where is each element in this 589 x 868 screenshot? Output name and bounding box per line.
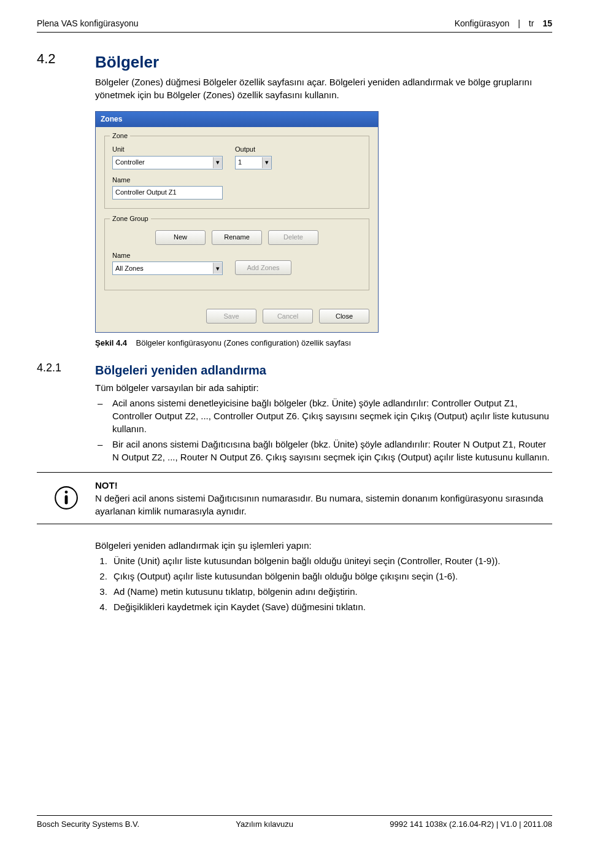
footer-right: 9992 141 1038x (2.16.04-R2) | V1.0 | 201…	[390, 820, 552, 829]
chevron-down-icon: ▾	[213, 157, 222, 168]
groupname-combobox[interactable]: All Zones ▾	[112, 262, 223, 275]
section-paragraph: Bölgeler (Zones) düğmesi Bölgeler özelli…	[95, 76, 552, 101]
output-combobox[interactable]: 1 ▾	[235, 156, 272, 169]
info-icon	[37, 479, 95, 517]
svg-point-1	[64, 490, 67, 494]
zonegroup-groupbox: Zone Group New Rename Delete Name All Zo…	[104, 219, 369, 290]
header-right: Konfigürasyon | tr 15	[455, 18, 552, 28]
steps-intro: Bölgeleri yeniden adlandırmak için şu iş…	[95, 539, 552, 552]
subsection-intro: Tüm bölgeler varsayılan bir ada sahiptir…	[95, 381, 552, 394]
groupname-value: All Zones	[115, 264, 144, 273]
note-text: N değeri acil anons sistemi Dağıtıcısını…	[95, 493, 543, 516]
subsection-title: Bölgeleri yeniden adlandırma	[95, 362, 552, 379]
label-group-name: Name	[112, 251, 223, 260]
addzones-button[interactable]: Add Zones	[235, 260, 291, 275]
zone-name-value: Controller Output Z1	[115, 188, 177, 197]
chevron-down-icon: ▾	[262, 157, 271, 168]
header-lang: tr	[529, 18, 534, 28]
list-item: Bir acil anons sistemi Dağıtıcısına bağl…	[95, 438, 552, 463]
page-header: Plena VAS konfigürasyonu Konfigürasyon |…	[37, 18, 552, 33]
close-button[interactable]: Close	[319, 309, 369, 324]
page-number: 15	[542, 18, 552, 28]
unit-combobox[interactable]: Controller ▾	[112, 156, 223, 169]
header-section: Konfigürasyon	[455, 18, 510, 28]
step-item: Değişiklikleri kaydetmek için Kaydet (Sa…	[110, 600, 552, 613]
figure-caption: Şekil 4.4 Bölgeler konfigürasyonu (Zones…	[95, 338, 552, 349]
section-number: 4.2	[37, 51, 95, 349]
output-value: 1	[238, 158, 242, 167]
unit-value: Controller	[115, 158, 145, 167]
section-title: Bölgeler	[95, 51, 552, 73]
save-button[interactable]: Save	[206, 309, 256, 324]
header-left: Plena VAS konfigürasyonu	[37, 18, 139, 28]
list-item: Acil anons sistemi denetleyicisine bağlı…	[95, 397, 552, 435]
step-item: Ad (Name) metin kutusunu tıklatıp, bölge…	[110, 585, 552, 598]
step-item: Çıkış (Output) açılır liste kutusundan b…	[110, 570, 552, 583]
rename-button[interactable]: Rename	[212, 230, 262, 245]
label-output: Output	[235, 145, 272, 154]
note-box: NOT! N değeri acil anons sistemi Dağıtıc…	[37, 472, 552, 524]
chevron-down-icon: ▾	[213, 263, 222, 274]
new-button[interactable]: New	[155, 230, 206, 245]
footer-center: Yazılım kılavuzu	[236, 820, 293, 829]
rename-steps: Ünite (Unit) açılır liste kutusundan böl…	[95, 554, 552, 613]
zone-groupbox: Zone Unit Controller ▾ Output	[104, 136, 369, 209]
step-item: Ünite (Unit) açılır liste kutusundan böl…	[110, 554, 552, 567]
groupbox-title-zone: Zone	[110, 131, 130, 141]
cancel-button[interactable]: Cancel	[263, 309, 313, 324]
caption-label: Şekil 4.4	[95, 338, 127, 347]
groupbox-title-zonegroup: Zone Group	[110, 214, 151, 223]
svg-rect-2	[64, 495, 67, 505]
caption-text: Bölgeler konfigürasyonu (Zones configura…	[136, 338, 351, 347]
zone-name-input[interactable]: Controller Output Z1	[112, 186, 223, 200]
header-divider: |	[518, 18, 520, 28]
section-4-2-1: 4.2.1 Bölgeleri yeniden adlandırma Tüm b…	[37, 362, 552, 616]
label-name: Name	[112, 176, 223, 185]
default-names-list: Acil anons sistemi denetleyicisine bağlı…	[95, 397, 552, 463]
page-footer: Bosch Security Systems B.V. Yazılım kıla…	[37, 815, 552, 829]
label-unit: Unit	[112, 145, 223, 154]
dialog-titlebar: Zones	[96, 112, 378, 127]
delete-button[interactable]: Delete	[268, 230, 318, 245]
footer-left: Bosch Security Systems B.V.	[37, 820, 139, 829]
zones-dialog: Zones Zone Unit Controller ▾	[95, 111, 379, 333]
note-label: NOT!	[95, 480, 118, 490]
section-4-2: 4.2 Bölgeler Bölgeler (Zones) düğmesi Bö…	[37, 51, 552, 349]
